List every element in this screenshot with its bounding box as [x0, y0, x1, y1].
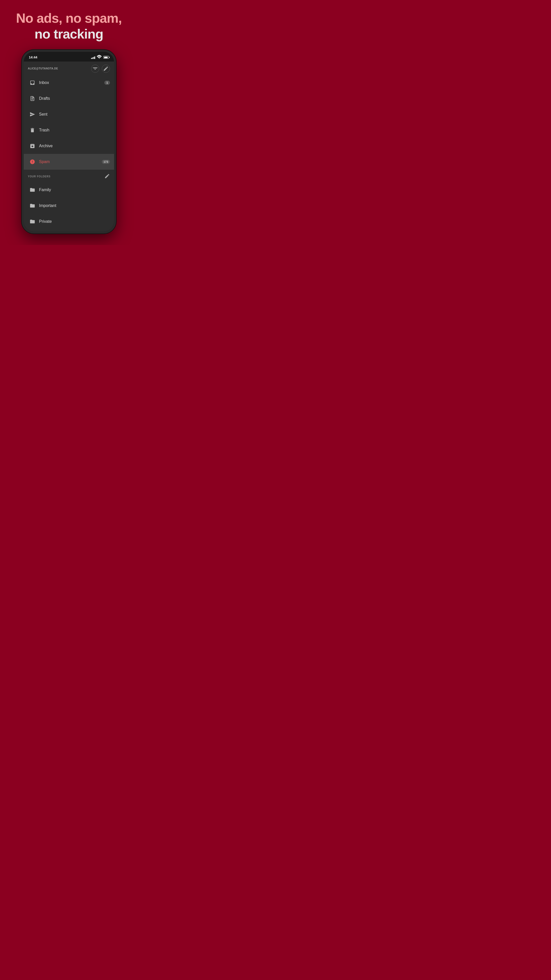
add-folder-button[interactable]: Add folder: [24, 229, 114, 232]
signal-bar-4: [94, 56, 95, 59]
sent-icon: [28, 110, 37, 119]
folders-list: Family Important: [24, 182, 114, 229]
menu-item-drafts[interactable]: Drafts: [24, 91, 114, 107]
sent-label: Sent: [39, 112, 110, 117]
compose-button[interactable]: [102, 65, 110, 73]
signal-bar-2: [92, 57, 93, 59]
account-header: ALICE@TUTANOTA.DE: [24, 62, 114, 75]
account-email: ALICE@TUTANOTA.DE: [28, 67, 58, 70]
app-content: ALICE@TUTANOTA.DE: [24, 62, 114, 232]
status-time: 14:44: [29, 56, 37, 59]
folders-section-header: YOUR FOLDERS: [24, 170, 114, 182]
folder-family-label: Family: [39, 188, 110, 192]
signal-bars-icon: [91, 56, 95, 59]
battery-fill: [104, 57, 108, 58]
menu-list: Inbox 1 Drafts: [24, 75, 114, 170]
archive-label: Archive: [39, 144, 110, 148]
phone-mockup: 14:44: [21, 50, 118, 245]
folder-item-family[interactable]: Family: [24, 182, 114, 198]
signal-bar-3: [94, 57, 94, 59]
menu-item-trash[interactable]: Trash: [24, 122, 114, 138]
inbox-label: Inbox: [39, 80, 104, 85]
signal-bar-1: [91, 58, 92, 59]
spam-badge: 173: [102, 160, 110, 164]
archive-icon: [28, 142, 37, 151]
drafts-icon: [28, 94, 37, 103]
menu-item-sent[interactable]: Sent: [24, 107, 114, 122]
wifi-icon: [97, 54, 102, 60]
phone-frame: 14:44: [22, 50, 116, 234]
folder-important-icon: [28, 201, 37, 210]
spam-icon: [28, 157, 37, 166]
header-actions: [91, 65, 110, 73]
spam-label: Spam: [39, 159, 102, 164]
status-icons: [91, 54, 109, 60]
drafts-label: Drafts: [39, 96, 110, 101]
menu-item-archive[interactable]: Archive: [24, 138, 114, 154]
folder-item-important[interactable]: Important: [24, 198, 114, 213]
notch: [52, 52, 86, 59]
folders-edit-button[interactable]: [104, 173, 110, 180]
trash-label: Trash: [39, 128, 110, 132]
folder-private-label: Private: [39, 219, 110, 224]
headline-text: No ads, no spam, no tracking: [16, 10, 122, 42]
folder-item-private[interactable]: Private: [24, 213, 114, 229]
menu-item-inbox[interactable]: Inbox 1: [24, 75, 114, 91]
filter-button[interactable]: [91, 65, 99, 73]
folder-private-icon: [28, 217, 37, 226]
trash-icon: [28, 126, 37, 135]
folder-family-icon: [28, 185, 37, 194]
battery-icon: [103, 56, 109, 59]
folder-important-label: Important: [39, 204, 110, 208]
headline: No ads, no spam, no tracking: [8, 0, 130, 50]
folders-title: YOUR FOLDERS: [28, 175, 51, 178]
menu-item-spam[interactable]: Spam 173: [24, 154, 114, 170]
inbox-badge: 1: [104, 81, 110, 85]
inbox-icon: [28, 78, 37, 87]
